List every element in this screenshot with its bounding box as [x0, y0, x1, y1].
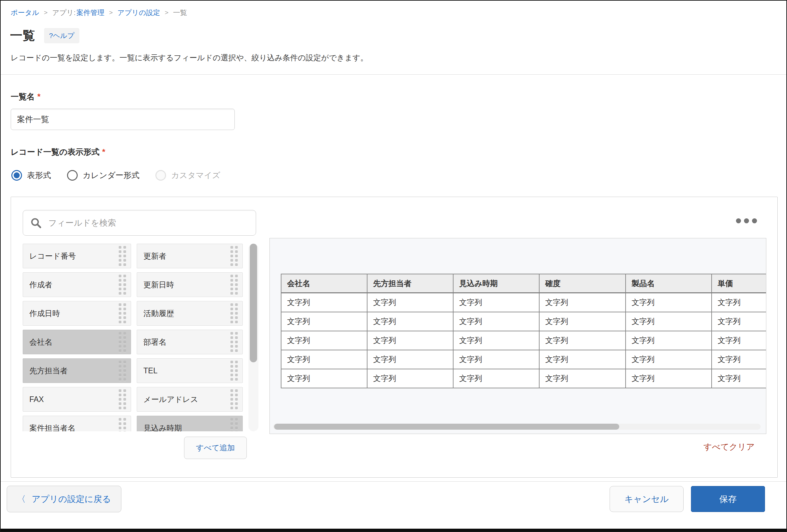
preview-cell: 文字列: [626, 293, 712, 312]
field-list-scrollbar[interactable]: [249, 244, 258, 431]
field-chip[interactable]: 案件担当者名: [23, 416, 131, 431]
preview-cell: 文字列: [367, 369, 453, 388]
drag-handle-icon[interactable]: [230, 275, 238, 295]
preview-cell: 文字列: [712, 369, 766, 388]
ellipsis-dot-icon: [736, 218, 741, 223]
field-chip-label: 見込み時期: [143, 423, 230, 432]
field-chip[interactable]: TEL: [137, 358, 243, 383]
display-format-label-text: レコード一覧の表示形式: [11, 147, 99, 156]
radio-option-table[interactable]: 表形式: [11, 170, 51, 181]
preview-cell: 文字列: [712, 331, 766, 350]
field-chip[interactable]: 更新者: [137, 244, 243, 268]
field-chip[interactable]: 先方担当者: [23, 358, 131, 383]
field-chip-label: レコード番号: [29, 251, 119, 261]
field-picker-panel: レコード番号作成者作成日時会社名先方担当者FAX案件担当者名 更新者更新日時活動…: [11, 197, 778, 478]
field-chip-label: TEL: [143, 366, 230, 375]
field-chip[interactable]: レコード番号: [23, 244, 131, 268]
preview-cell: 文字列: [281, 331, 367, 350]
field-chip[interactable]: 作成日時: [23, 301, 131, 326]
drag-handle-icon[interactable]: [119, 418, 126, 431]
field-search-input[interactable]: [48, 218, 249, 228]
preview-header-cell[interactable]: 会社名: [281, 274, 367, 292]
drag-handle-icon[interactable]: [119, 389, 126, 409]
preview-cell: 文字列: [453, 312, 539, 331]
preview-cell: 文字列: [453, 293, 539, 312]
preview-row: 文字列文字列文字列文字列文字列文字列: [281, 312, 766, 331]
preview-cell: 文字列: [712, 350, 766, 369]
list-name-input[interactable]: [11, 109, 235, 130]
preview-cell: 文字列: [281, 350, 367, 369]
required-mark: *: [102, 147, 105, 156]
preview-cell: 文字列: [281, 369, 367, 388]
drag-handle-icon[interactable]: [230, 389, 238, 409]
drag-handle-icon[interactable]: [230, 246, 238, 266]
footer-bar: 〈 アプリの設定に戻る キャンセル 保存: [1, 482, 786, 516]
preview-cell: 文字列: [712, 293, 766, 312]
preview-header-cell[interactable]: 単価: [712, 274, 766, 292]
breadcrumb-link-portal[interactable]: ポータル: [11, 8, 39, 17]
page-title: 一覧: [10, 27, 35, 44]
cancel-button[interactable]: キャンセル: [610, 486, 684, 512]
field-chip[interactable]: FAX: [23, 387, 131, 412]
preview-cell: 文字列: [539, 331, 626, 350]
drag-handle-icon[interactable]: [230, 332, 238, 352]
back-to-settings-button[interactable]: 〈 アプリの設定に戻る: [7, 486, 121, 512]
preview-cell: 文字列: [539, 369, 626, 388]
preview-table: 会社名先方担当者見込み時期確度製品名単価文字列文字列文字列文字列文字列文字列文字…: [281, 274, 766, 388]
field-chip[interactable]: メールアドレス: [137, 387, 243, 412]
drag-handle-icon[interactable]: [230, 361, 238, 381]
drag-handle-icon[interactable]: [119, 246, 126, 266]
field-chip-label: 更新日時: [143, 280, 230, 290]
field-chip[interactable]: 作成者: [23, 272, 131, 297]
drag-handle-icon[interactable]: [230, 303, 238, 323]
radio-selected-icon[interactable]: [11, 170, 22, 181]
preview-hscrollbar-thumb[interactable]: [274, 424, 619, 430]
field-chip-label: 案件担当者名: [29, 423, 119, 432]
radio-option-calendar[interactable]: カレンダー形式: [67, 170, 140, 181]
preview-header-cell[interactable]: 製品名: [626, 274, 712, 292]
field-chip[interactable]: 部署名: [137, 330, 243, 354]
breadcrumb-link-app[interactable]: 案件管理: [77, 8, 104, 17]
clear-all-link[interactable]: すべてクリア: [703, 441, 754, 452]
field-chip[interactable]: 更新日時: [137, 272, 243, 297]
chevron-left-icon: 〈: [17, 493, 26, 505]
drag-handle-icon[interactable]: [119, 332, 126, 352]
drag-handle-icon[interactable]: [119, 303, 126, 323]
preview-cell: 文字列: [281, 312, 367, 331]
preview-header-row: 会社名先方担当者見込み時期確度製品名単価: [281, 274, 766, 293]
options-menu-button[interactable]: [734, 216, 759, 225]
field-chip[interactable]: 会社名: [23, 330, 131, 354]
preview-header-cell[interactable]: 見込み時期: [453, 274, 539, 292]
radio-unselected-icon[interactable]: [67, 170, 78, 181]
breadcrumb-separator: >: [165, 9, 168, 16]
field-chip-label: メールアドレス: [143, 394, 230, 405]
display-format-options: 表形式 カレンダー形式 カスタマイズ: [11, 170, 786, 181]
preview-cell: 文字列: [367, 312, 453, 331]
drag-handle-icon[interactable]: [230, 418, 238, 431]
preview-cell: 文字列: [367, 350, 453, 369]
field-chip-label: 先方担当者: [29, 366, 119, 376]
list-preview: 会社名先方担当者見込み時期確度製品名単価文字列文字列文字列文字列文字列文字列文字…: [270, 238, 766, 434]
breadcrumb-link-app-settings[interactable]: アプリの設定: [118, 8, 160, 17]
preview-row: 文字列文字列文字列文字列文字列文字列: [281, 350, 766, 369]
window-bottom-edge: [1, 529, 786, 531]
preview-cell: 文字列: [712, 312, 766, 331]
drag-handle-icon[interactable]: [119, 275, 126, 295]
preview-header-cell[interactable]: 確度: [539, 274, 626, 292]
help-link[interactable]: ?ヘルプ: [44, 28, 79, 43]
preview-cell: 文字列: [626, 350, 712, 369]
field-chip[interactable]: 見込み時期: [137, 416, 243, 431]
preview-header-cell[interactable]: 先方担当者: [367, 274, 453, 292]
save-button[interactable]: 保存: [691, 486, 765, 512]
field-chip[interactable]: 活動履歴: [137, 301, 243, 326]
drag-handle-icon[interactable]: [119, 361, 126, 381]
title-row: 一覧 ?ヘルプ: [10, 27, 786, 44]
list-name-label: 一覧名*: [11, 91, 786, 102]
field-chip-label: 会社名: [29, 337, 119, 347]
field-list-scrollbar-thumb[interactable]: [250, 244, 257, 362]
radio-disabled-icon: [155, 170, 166, 181]
required-mark: *: [37, 92, 40, 101]
field-search-box: [23, 210, 256, 236]
add-all-button[interactable]: すべて追加: [184, 437, 247, 459]
preview-hscrollbar[interactable]: [273, 424, 761, 430]
